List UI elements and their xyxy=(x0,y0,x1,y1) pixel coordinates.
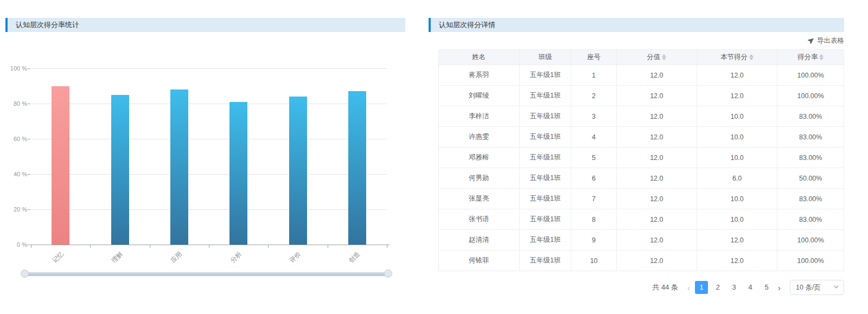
chart-bar[interactable] xyxy=(229,102,247,245)
score-table: 姓名班级座号分值本节得分得分率 蒋系羽五年级1班112.012.0100.00%… xyxy=(438,49,844,271)
table-row[interactable]: 刘曜绫五年级1班212.012.0100.00% xyxy=(439,86,844,106)
column-label: 班级 xyxy=(538,53,552,62)
x-axis-label: 应用 xyxy=(151,250,184,283)
score-table-head: 姓名班级座号分值本节得分得分率 xyxy=(439,50,844,65)
column-header-1: 姓名 xyxy=(439,50,520,65)
table-cell: 五年级1班 xyxy=(519,86,571,106)
export-row: 导出表格 xyxy=(429,36,844,48)
y-gridline xyxy=(31,174,387,175)
datazoom-handle-left[interactable] xyxy=(21,270,29,278)
datazoom-slider[interactable] xyxy=(24,272,388,276)
table-cell: 12.0 xyxy=(616,230,697,251)
bar-chart: 0 %20 %40 %60 %80 %100 %记忆理解应用分析评价创造 xyxy=(5,33,405,293)
table-cell: 五年级1班 xyxy=(519,251,571,271)
table-row[interactable]: 邓雅榕五年级1班512.010.083.00% xyxy=(439,148,844,168)
table-cell: 10 xyxy=(571,251,617,271)
table-cell: 6.0 xyxy=(697,168,777,189)
table-cell: 张书语 xyxy=(439,209,520,230)
table-cell: 100.00% xyxy=(777,230,844,251)
x-axis-label: 记忆 xyxy=(33,250,65,283)
table-cell: 10.0 xyxy=(697,209,777,230)
sort-carets-icon[interactable] xyxy=(749,54,754,60)
table-cell: 李梓洁 xyxy=(439,106,520,127)
table-cell: 许惠雯 xyxy=(439,127,520,148)
column-header-5[interactable]: 本节得分 xyxy=(697,50,777,65)
table-row[interactable]: 何铱菲五年级1班1012.012.0100.00% xyxy=(439,251,844,271)
page-button-4[interactable]: 4 xyxy=(744,281,757,294)
page-button-5[interactable]: 5 xyxy=(760,281,773,294)
column-label: 得分率 xyxy=(797,53,818,62)
table-cell: 何男勋 xyxy=(439,168,520,189)
table-cell: 1 xyxy=(571,65,617,86)
y-gridline xyxy=(31,104,387,104)
x-axis-tick xyxy=(328,245,328,248)
export-table-button[interactable]: 导出表格 xyxy=(808,36,844,46)
table-row[interactable]: 赵清清五年级1班912.012.0100.00% xyxy=(439,230,844,251)
chart-bar[interactable] xyxy=(289,97,307,245)
table-cell: 五年级1班 xyxy=(519,65,571,86)
table-cell: 五年级1班 xyxy=(519,106,571,127)
sort-carets-icon[interactable] xyxy=(662,54,666,60)
table-cell: 6 xyxy=(571,168,617,189)
chart-bar[interactable] xyxy=(348,91,366,245)
table-cell: 100.00% xyxy=(777,65,844,86)
table-cell: 刘曜绫 xyxy=(439,86,520,106)
table-cell: 83.00% xyxy=(777,189,844,209)
table-cell: 12.0 xyxy=(697,251,777,271)
table-cell: 12.0 xyxy=(616,65,697,86)
chevron-down-icon xyxy=(833,284,839,291)
export-arrow-icon xyxy=(808,37,815,46)
page-button-2[interactable]: 2 xyxy=(711,281,724,294)
column-header-2: 班级 xyxy=(519,50,571,65)
page-size-select[interactable]: 10 条/页 xyxy=(790,280,844,295)
x-axis-tick xyxy=(150,245,150,248)
page-button-1[interactable]: 1 xyxy=(695,281,708,294)
y-axis-label: 100 % xyxy=(2,65,27,72)
y-axis-label: 60 % xyxy=(2,136,27,142)
table-cell: 50.00% xyxy=(777,168,844,189)
table-row[interactable]: 蒋系羽五年级1班112.012.0100.00% xyxy=(439,65,844,86)
table-cell: 12.0 xyxy=(616,251,697,271)
y-axis-tick xyxy=(28,104,30,104)
table-cell: 何铱菲 xyxy=(439,251,520,271)
x-axis-label: 评价 xyxy=(270,250,303,283)
table-cell: 10.0 xyxy=(697,106,777,127)
page-button-3[interactable]: 3 xyxy=(727,281,741,294)
table-cell: 100.00% xyxy=(777,86,844,106)
y-gridline xyxy=(31,68,387,69)
table-row[interactable]: 李梓洁五年级1班312.010.083.00% xyxy=(439,106,844,127)
x-axis-tick xyxy=(90,245,91,248)
table-cell: 100.00% xyxy=(777,251,844,271)
column-header-4[interactable]: 分值 xyxy=(616,50,697,65)
column-label: 座号 xyxy=(587,53,601,62)
pagination-prev-icon[interactable]: ‹ xyxy=(686,283,692,292)
sort-carets-icon[interactable] xyxy=(819,54,824,60)
table-row[interactable]: 张显亮五年级1班712.010.083.00% xyxy=(439,189,844,209)
pagination-next-icon[interactable]: › xyxy=(776,283,782,292)
y-axis-label: 20 % xyxy=(2,206,27,213)
table-cell: 5 xyxy=(571,148,617,168)
y-gridline xyxy=(31,139,387,139)
chart-bar[interactable] xyxy=(52,86,69,245)
x-axis-line xyxy=(27,245,390,245)
table-cell: 83.00% xyxy=(777,148,844,168)
table-cell: 五年级1班 xyxy=(519,168,571,189)
column-header-6[interactable]: 得分率 xyxy=(777,50,844,65)
table-cell: 赵清清 xyxy=(439,230,520,251)
x-axis-tick xyxy=(268,245,269,248)
table-cell: 12.0 xyxy=(697,230,777,251)
table-cell: 83.00% xyxy=(777,209,844,230)
table-row[interactable]: 何男勋五年级1班612.06.050.00% xyxy=(439,168,844,189)
table-row[interactable]: 许惠雯五年级1班412.010.083.00% xyxy=(439,127,844,148)
table-cell: 邓雅榕 xyxy=(439,148,520,168)
table-cell: 五年级1班 xyxy=(519,209,571,230)
y-axis-tick xyxy=(28,139,30,139)
datazoom-handle-right[interactable] xyxy=(384,270,392,278)
table-row[interactable]: 张书语五年级1班812.010.083.00% xyxy=(439,209,844,230)
chart-bar[interactable] xyxy=(111,95,129,245)
table-cell: 12.0 xyxy=(697,65,777,86)
chart-bar[interactable] xyxy=(170,89,188,245)
pagination: 共 44 条 ‹ 12345 › 10 条/页 xyxy=(438,280,844,295)
table-cell: 7 xyxy=(571,189,617,209)
y-axis-tick xyxy=(28,174,30,175)
